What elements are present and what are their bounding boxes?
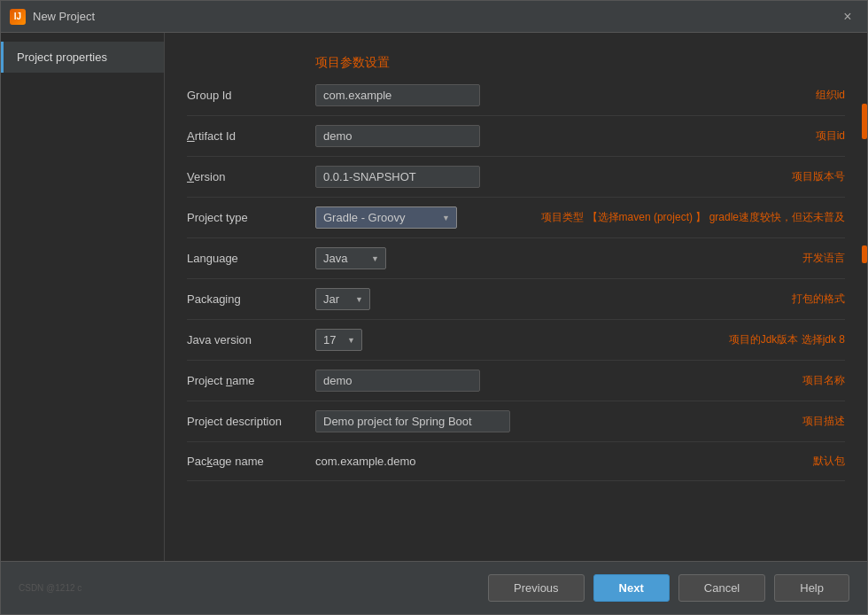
version-label: Version xyxy=(187,170,315,183)
new-project-dialog: IJ New Project × Project properties 项目参数… xyxy=(0,0,868,615)
language-row: Language Java Kotlin Groovy 开发语言 xyxy=(187,238,845,279)
artifact-id-row: Artifact Id 项目id xyxy=(187,116,845,157)
right-accent-bar-2 xyxy=(862,245,867,263)
main-content: Project properties 项目参数设置 Group Id 组织id xyxy=(1,33,867,561)
project-description-input[interactable] xyxy=(315,410,510,432)
project-description-value xyxy=(315,410,789,432)
group-id-label: Group Id xyxy=(187,89,315,102)
project-description-annotation: 项目描述 xyxy=(802,414,845,429)
cancel-button[interactable]: Cancel xyxy=(678,574,765,602)
java-version-select-wrapper: 17 11 8 xyxy=(315,329,362,351)
artifact-id-label: Artifact Id xyxy=(187,129,315,143)
close-button[interactable]: × xyxy=(837,6,858,27)
window-title: New Project xyxy=(33,10,837,23)
package-name-annotation: 默认包 xyxy=(813,454,845,469)
next-button[interactable]: Next xyxy=(593,574,670,602)
group-id-value xyxy=(315,84,802,106)
previous-button[interactable]: Previous xyxy=(488,574,585,602)
title-bar: IJ New Project × xyxy=(1,1,867,33)
sidebar-item-project-properties[interactable]: Project properties xyxy=(1,42,164,73)
project-type-select[interactable]: Gradle - Groovy Gradle - Kotlin Maven xyxy=(315,206,457,229)
group-id-input[interactable] xyxy=(315,84,480,106)
header-row: 项目参数设置 xyxy=(187,46,845,75)
version-input[interactable] xyxy=(315,166,480,188)
version-annotation: 项目版本号 xyxy=(792,169,845,184)
package-name-row: Package name com.example.demo 默认包 xyxy=(187,442,845,481)
group-id-row: Group Id 组织id xyxy=(187,75,845,116)
project-name-row: Project name 项目名称 xyxy=(187,361,845,401)
project-type-annotation: 项目类型 【选择maven (project) 】 gradle速度较快，但还未… xyxy=(541,210,845,225)
version-value xyxy=(315,166,779,188)
package-name-label: Package name xyxy=(187,455,315,468)
group-id-annotation: 组织id xyxy=(816,88,845,103)
language-label: Language xyxy=(187,252,315,265)
project-type-value: Gradle - Groovy Gradle - Kotlin Maven xyxy=(315,206,528,229)
right-accent-bar xyxy=(862,104,867,139)
project-description-label: Project description xyxy=(187,415,315,428)
language-value: Java Kotlin Groovy xyxy=(315,247,789,269)
packaging-label: Packaging xyxy=(187,292,315,306)
sidebar: Project properties xyxy=(1,33,165,561)
artifact-id-input[interactable] xyxy=(315,125,480,147)
project-description-row: Project description 项目描述 xyxy=(187,401,845,442)
language-select[interactable]: Java Kotlin Groovy xyxy=(315,247,386,269)
packaging-row: Packaging Jar War 打包的格式 xyxy=(187,279,845,320)
app-icon: IJ xyxy=(10,9,26,25)
project-type-select-wrapper: Gradle - Groovy Gradle - Kotlin Maven xyxy=(315,206,457,229)
footer: CSDN @1212 c Previous Next Cancel Help xyxy=(1,561,867,614)
help-button[interactable]: Help xyxy=(774,574,849,602)
header-annotation: 项目参数设置 xyxy=(315,55,390,71)
package-name-value: com.example.demo xyxy=(315,455,800,468)
packaging-select[interactable]: Jar War xyxy=(315,288,370,310)
project-name-value xyxy=(315,370,789,392)
packaging-value: Jar War xyxy=(315,288,779,310)
java-version-label: Java version xyxy=(187,333,315,346)
project-name-annotation: 项目名称 xyxy=(802,373,845,388)
project-type-label: Project type xyxy=(187,211,315,224)
artifact-id-annotation: 项目id xyxy=(816,128,845,144)
content-area: 项目参数设置 Group Id 组织id Artifact Id xyxy=(165,33,867,561)
artifact-id-value xyxy=(315,125,802,147)
project-name-input[interactable] xyxy=(315,370,480,392)
version-row: Version 项目版本号 xyxy=(187,157,845,198)
project-name-label: Project name xyxy=(187,374,315,387)
packaging-select-wrapper: Jar War xyxy=(315,288,370,310)
java-version-value: 17 11 8 xyxy=(315,329,716,351)
java-version-select[interactable]: 17 11 8 xyxy=(315,329,362,351)
java-version-row: Java version 17 11 8 项目的Jdk版本 选择jdk 8 xyxy=(187,320,845,361)
watermark: CSDN @1212 c xyxy=(19,583,81,593)
packaging-annotation: 打包的格式 xyxy=(792,292,845,307)
java-version-annotation: 项目的Jdk版本 选择jdk 8 xyxy=(729,332,845,347)
language-select-wrapper: Java Kotlin Groovy xyxy=(315,247,386,269)
project-type-row: Project type Gradle - Groovy Gradle - Ko… xyxy=(187,198,845,238)
language-annotation: 开发语言 xyxy=(802,251,845,266)
